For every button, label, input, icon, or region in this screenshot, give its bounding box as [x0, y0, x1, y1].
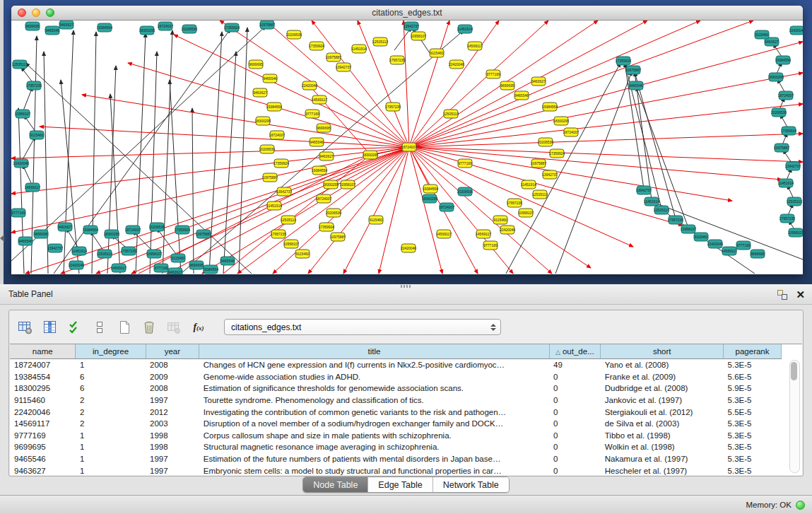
graph-node[interactable]: 12505113 — [654, 206, 669, 214]
graph-node[interactable]: 17359924 — [781, 127, 796, 135]
graph-edge[interactable] — [343, 147, 409, 274]
graph-edge[interactable] — [555, 71, 632, 274]
table-row[interactable]: 1456911722003Disruption of a novel membe… — [10, 418, 782, 430]
graph-node[interactable]: 9777169 — [154, 264, 168, 272]
graph-node[interactable]: 17957235 — [26, 81, 42, 90]
graph-node[interactable]: 9465546 — [514, 91, 529, 100]
graph-node[interactable]: 14569117 — [467, 42, 483, 50]
graph-node[interactable]: 9465546 — [220, 257, 235, 265]
graph-edge[interactable] — [239, 28, 247, 274]
graph-node[interactable]: 11451914 — [521, 180, 536, 189]
table-row[interactable]: 946362711997Embryonic stem cells: a mode… — [10, 465, 782, 475]
network-window[interactable]: citations_edges.txt 20206536173599241097… — [11, 6, 803, 274]
graph-node[interactable]: 20206536 — [286, 30, 302, 39]
graph-node[interactable]: 19384554 — [542, 103, 558, 111]
graph-node[interactable]: 18724007 — [125, 226, 141, 234]
graph-node[interactable]: 17957235 — [668, 216, 683, 224]
function-builder-icon[interactable]: f(x) — [189, 318, 208, 337]
graph-node[interactable]: 13942737 — [404, 22, 419, 30]
column-header-pagerank[interactable]: pagerank — [724, 344, 782, 359]
graph-node[interactable]: 9465546 — [263, 74, 277, 83]
graph-node[interactable]: 19384554 — [775, 56, 791, 64]
graph-node[interactable]: 20206536 — [457, 187, 473, 196]
new-table-icon[interactable] — [115, 318, 134, 337]
graph-edge[interactable] — [163, 30, 172, 274]
graph-node[interactable]: 10958107 — [15, 110, 30, 118]
graph-node[interactable]: 9777169 — [736, 241, 751, 250]
graph-node[interactable]: 9699695 — [34, 230, 48, 238]
graph-node[interactable]: 9463627 — [531, 77, 546, 86]
table-settings-icon[interactable] — [16, 318, 35, 337]
graph-node[interactable]: 17359924 — [319, 223, 334, 231]
graph-node[interactable]: 18300295 — [255, 117, 271, 125]
graph-node[interactable]: 10958107 — [283, 240, 299, 248]
graph-edge[interactable] — [96, 147, 409, 274]
close-window-button[interactable] — [18, 8, 26, 17]
graph-node[interactable]: 18724007 — [563, 128, 579, 136]
graph-edge[interactable] — [44, 52, 48, 274]
table-row[interactable]: 1830029562008Estimation of significance … — [10, 382, 782, 395]
row-options-icon[interactable] — [90, 318, 109, 337]
table-row[interactable]: 946554611997Estimation of the future num… — [10, 453, 782, 465]
graph-node[interactable]: 9777169 — [458, 159, 472, 168]
graph-node[interactable]: 18300295 — [139, 26, 155, 35]
graph-node[interactable]: 19384554 — [423, 185, 438, 193]
graph-node[interactable]: 12505113 — [97, 250, 112, 258]
graph-node[interactable]: 9463627 — [59, 21, 73, 29]
graph-edge[interactable] — [192, 108, 194, 274]
graph-node[interactable]: 13942737 — [47, 244, 63, 252]
graph-node[interactable]: 17359924 — [224, 23, 240, 32]
graph-node[interactable]: 18300295 — [768, 73, 784, 81]
graph-edge[interactable] — [635, 72, 676, 218]
graph-edge[interactable] — [23, 87, 33, 112]
graph-node[interactable]: 17359924 — [273, 159, 289, 168]
graph-node[interactable]: 18724007 — [269, 131, 285, 139]
graph-node[interactable]: 12505113 — [12, 60, 28, 69]
graph-node[interactable]: 20206536 — [182, 25, 197, 33]
graph-node[interactable]: 22420046 — [69, 261, 84, 269]
table-row[interactable]: 1938455462009Genome-wide association stu… — [10, 371, 782, 383]
close-panel-icon[interactable]: ✕ — [796, 289, 805, 300]
column-header-out-degree[interactable]: △out_de... — [549, 344, 601, 359]
graph-node[interactable]: 11451914 — [778, 179, 794, 187]
graph-node[interactable]: 11451914 — [266, 201, 282, 210]
graph-node[interactable]: 17957235 — [779, 214, 795, 223]
graph-node[interactable]: 19384554 — [97, 23, 112, 32]
table-row[interactable]: 969969511998Structural magnetic resonanc… — [10, 441, 782, 453]
graph-node[interactable]: 10975887 — [330, 233, 346, 241]
graph-edge[interactable] — [11, 147, 409, 158]
graph-node[interactable]: 9465546 — [310, 138, 324, 146]
graph-node[interactable]: 9115460 — [171, 254, 185, 262]
graph-node[interactable]: 18300295 — [553, 117, 569, 125]
graph-node[interactable]: 17957235 — [121, 247, 136, 255]
graph-node[interactable]: 10958107 — [340, 180, 355, 189]
graph-edge[interactable] — [394, 28, 411, 50]
graph-node[interactable]: 17957235 — [271, 230, 286, 238]
minimize-window-button[interactable] — [32, 8, 40, 17]
table-row[interactable]: 911546021997Tourette syndrome. Phenomeno… — [10, 395, 782, 407]
network-window-titlebar[interactable]: citations_edges.txt — [11, 6, 803, 21]
graph-node[interactable]: 22420046 — [401, 244, 416, 252]
graph-node[interactable]: 10975887 — [774, 144, 789, 152]
graph-node[interactable]: 10975887 — [262, 173, 278, 182]
graph-node[interactable]: 10958107 — [788, 228, 803, 237]
column-header-year[interactable]: year — [146, 344, 199, 359]
table-panel-header[interactable]: Table Panel ✕ — [0, 284, 812, 305]
graph-node[interactable]: 20206536 — [538, 138, 553, 146]
network-canvas[interactable]: 2020653617359924109758871394273711451914… — [11, 21, 803, 274]
column-header-name[interactable]: name — [10, 344, 76, 359]
graph-node[interactable]: 9777169 — [11, 209, 25, 217]
graph-node[interactable]: 18300295 — [363, 151, 378, 159]
graph-node[interactable]: 9115460 — [694, 233, 708, 241]
graph-node[interactable]: 22420046 — [789, 26, 803, 35]
graph-edge[interactable] — [82, 95, 409, 147]
table-scrollbar[interactable] — [789, 360, 800, 473]
graph-edge[interactable] — [92, 32, 96, 274]
graph-node[interactable]: 13942737 — [276, 187, 292, 196]
graph-edge[interactable] — [409, 147, 430, 189]
graph-node[interactable]: 10975887 — [625, 66, 641, 74]
table-row[interactable]: 977716911998Corpus callosum shape and si… — [10, 430, 782, 442]
graph-node[interactable]: 9463627 — [253, 88, 267, 97]
column-header-in-degree[interactable]: in_degree — [76, 344, 146, 359]
graph-node[interactable]: 9465546 — [629, 81, 643, 90]
